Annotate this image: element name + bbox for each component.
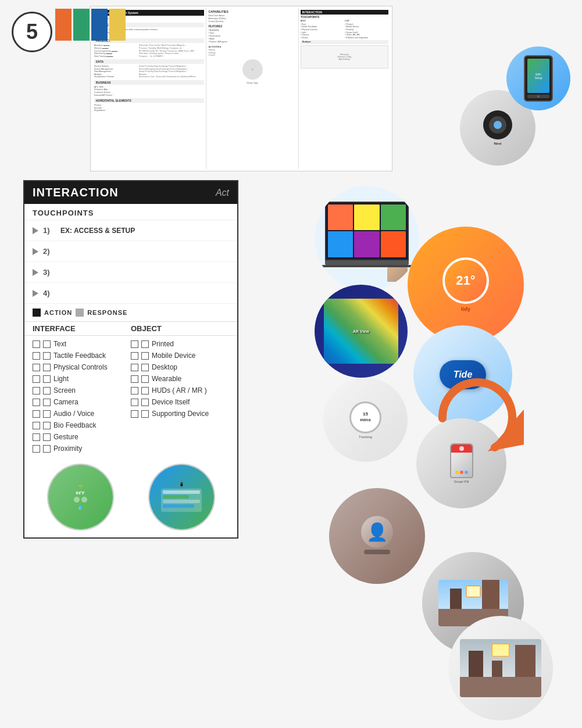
checkbox-screen-2[interactable] — [43, 387, 51, 395]
checkbox-audio-1[interactable] — [33, 410, 40, 418]
object-checklist: Printed Mobile Device Desktop Wearable H — [131, 338, 229, 454]
object-col-header: OBJECT — [131, 324, 229, 333]
tp-number-2: 2) — [43, 247, 60, 256]
checkbox-mobile-2[interactable] — [141, 352, 149, 360]
check-bio: Bio Feedback — [33, 419, 131, 431]
app-thumb-1: 🌱 64°F 💧 — [48, 465, 113, 529]
checkbox-bio-1[interactable] — [33, 422, 40, 429]
tp-number-3: 3) — [43, 268, 60, 277]
checkbox-printed-2[interactable] — [141, 340, 149, 348]
check-mobile: Mobile Device — [131, 350, 229, 361]
arrow-4 — [33, 290, 38, 297]
person-display: 👤 — [329, 488, 425, 584]
checkbox-physical-1[interactable] — [33, 364, 40, 371]
ar-display: AR View — [315, 285, 408, 378]
circle-wearable: 15mins Tracking — [323, 378, 408, 462]
check-proximity: Proximity — [33, 443, 131, 454]
checkbox-device-1[interactable] — [131, 399, 138, 406]
checkbox-screen-1[interactable] — [33, 387, 40, 395]
checkbox-huds-1[interactable] — [131, 387, 138, 395]
check-tactile: Tactile Feedback — [33, 350, 131, 361]
legend-response-box — [76, 309, 84, 317]
thumb-sprinkler-app: 🌱 64°F 💧 — [47, 464, 114, 530]
legend: ACTION RESPONSE — [24, 304, 237, 321]
color-block-orange — [55, 9, 72, 41]
checkbox-text-2[interactable] — [43, 340, 51, 348]
check-label-audio: Audio / Voice — [53, 410, 94, 418]
color-blocks — [55, 9, 126, 41]
check-label-supporting: Supporting Device — [152, 410, 209, 418]
panel-title: INTERACTION — [33, 186, 119, 199]
checklist-area: Text Tactile Feedback Physical Controls … — [24, 336, 237, 459]
checkbox-wearable-2[interactable] — [141, 375, 149, 383]
checkbox-desktop-2[interactable] — [141, 364, 149, 371]
check-supporting: Supporting Device — [131, 408, 229, 419]
page-number: 5 — [12, 12, 52, 52]
checkbox-desktop-1[interactable] — [131, 364, 138, 371]
interface-col-header: INTERFACE — [33, 324, 131, 333]
legend-action-box — [33, 309, 41, 317]
checkbox-wearable-1[interactable] — [131, 375, 138, 383]
check-label-device: Device Itself — [152, 398, 190, 406]
check-huds: HUDs ( AR / MR ) — [131, 385, 229, 396]
check-desktop: Desktop — [131, 361, 229, 373]
check-printed: Printed — [131, 338, 229, 350]
checkbox-supporting-2[interactable] — [141, 410, 149, 418]
laptop-display — [315, 186, 419, 291]
arrow-3 — [33, 269, 38, 276]
circle-phone-app: WiFiSetup — [506, 46, 570, 110]
check-screen: Screen — [33, 385, 131, 396]
checkbox-text-1[interactable] — [33, 340, 40, 348]
panel-subtitle: Act — [216, 188, 229, 198]
check-label-wearable: Wearable — [152, 375, 181, 383]
touchpoint-4: 4) — [24, 283, 237, 304]
checkbox-supporting-1[interactable] — [131, 410, 138, 418]
checkbox-gesture-1[interactable] — [33, 433, 40, 441]
circle-smart-room — [448, 616, 553, 720]
thumbnails-row: 🌱 64°F 💧 📱 — [24, 459, 237, 537]
checkbox-proximity-1[interactable] — [33, 445, 40, 453]
checkbox-camera-2[interactable] — [43, 399, 51, 406]
check-label-camera: Camera — [53, 398, 78, 406]
check-label-gesture: Gesture — [53, 433, 78, 441]
check-label-mobile: Mobile Device — [152, 352, 195, 360]
interaction-panel: INTERACTION Act TOUCHPOINTS 1) EX: ACCES… — [23, 180, 238, 539]
checkbox-proximity-2[interactable] — [43, 445, 51, 453]
checkbox-device-2[interactable] — [141, 399, 149, 406]
checkbox-audio-2[interactable] — [43, 410, 51, 418]
check-device-itself: Device Itself — [131, 396, 229, 408]
check-physical: Physical Controls — [33, 361, 131, 373]
touchpoint-1: 1) EX: ACCESS & SETUP — [24, 220, 237, 241]
checkbox-light-1[interactable] — [33, 375, 40, 383]
number-text: 5 — [26, 20, 38, 44]
panel-header: INTERACTION Act — [24, 181, 237, 204]
check-label-desktop: Desktop — [152, 363, 177, 371]
checkbox-huds-2[interactable] — [141, 387, 149, 395]
check-text: Text — [33, 338, 131, 350]
circle-ar-heatmap: AR View — [315, 285, 408, 378]
checkbox-physical-2[interactable] — [43, 364, 51, 371]
checkbox-gesture-2[interactable] — [43, 433, 51, 441]
tp-label-1: EX: ACCESS & SETUP — [60, 227, 135, 235]
check-label-light: Light — [53, 375, 69, 383]
checkbox-printed-1[interactable] — [131, 340, 138, 348]
checkbox-tactile-2[interactable] — [43, 352, 51, 360]
checkbox-mobile-1[interactable] — [131, 352, 138, 360]
checkbox-camera-1[interactable] — [33, 399, 40, 406]
check-label-proximity: Proximity — [53, 444, 82, 453]
check-light: Light — [33, 373, 131, 385]
check-label-tactile: Tactile Feedback — [53, 352, 106, 360]
checkbox-tactile-1[interactable] — [33, 352, 40, 360]
checkbox-light-2[interactable] — [43, 375, 51, 383]
legend-action-label: ACTION — [44, 309, 72, 316]
check-label-huds: HUDs ( AR / MR ) — [152, 386, 207, 395]
check-label-screen: Screen — [53, 386, 76, 395]
color-block-yellow — [109, 9, 126, 41]
color-block-green — [73, 9, 90, 41]
app-thumb-2: 📱 — [149, 465, 214, 529]
check-label-bio: Bio Feedback — [53, 421, 96, 429]
thumb-mobile-app: 📱 — [148, 464, 215, 530]
touchpoints-label: TOUCHPOINTS — [24, 204, 237, 220]
interface-checklist: Text Tactile Feedback Physical Controls … — [33, 338, 131, 454]
checkbox-bio-2[interactable] — [43, 422, 51, 429]
